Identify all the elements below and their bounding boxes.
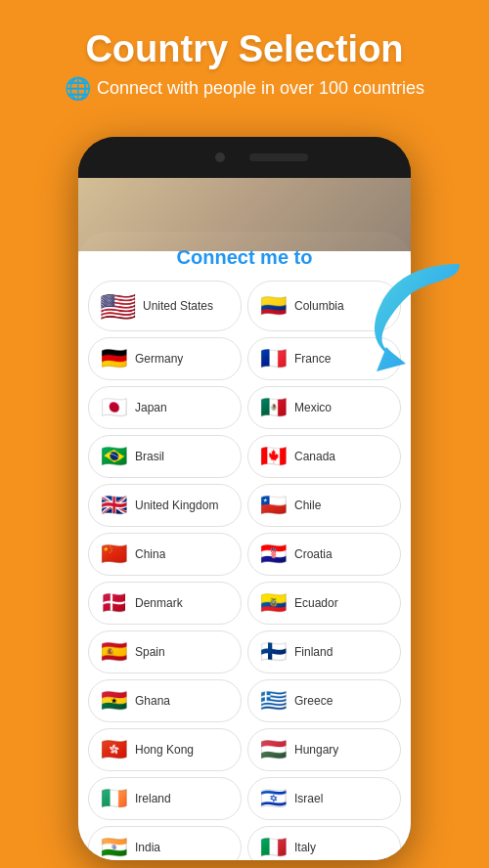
country-flag: 🇺🇸 bbox=[99, 287, 136, 325]
country-item[interactable]: 🇬🇭Ghana bbox=[88, 679, 242, 722]
country-item[interactable]: 🇺🇸United States bbox=[88, 281, 242, 331]
country-item[interactable]: 🇮🇹Italy bbox=[247, 826, 401, 860]
country-name: Hong Kong bbox=[135, 743, 194, 757]
country-flag: 🇧🇷 bbox=[99, 442, 128, 471]
country-name: Ireland bbox=[135, 792, 171, 805]
country-name: United Kingdom bbox=[135, 499, 218, 512]
country-name: Ghana bbox=[135, 694, 170, 708]
country-flag: 🇮🇪 bbox=[99, 784, 128, 813]
country-name: Mexico bbox=[294, 401, 332, 414]
country-flag: 🇨🇦 bbox=[258, 442, 288, 471]
country-name: Chile bbox=[294, 499, 321, 512]
country-flag: 🇭🇷 bbox=[258, 540, 288, 569]
country-item[interactable]: 🇪🇸Spain bbox=[88, 630, 242, 673]
phone-camera bbox=[215, 152, 225, 162]
country-name: China bbox=[135, 547, 165, 561]
country-flag: 🇩🇰 bbox=[99, 588, 128, 618]
country-item[interactable]: 🇨🇳China bbox=[88, 533, 242, 576]
page-title: Country Selection bbox=[20, 29, 469, 70]
screen-background bbox=[78, 178, 411, 251]
country-name: France bbox=[294, 352, 331, 366]
country-item[interactable]: 🇮🇪Ireland bbox=[88, 777, 242, 820]
country-flag: 🇮🇳 bbox=[99, 833, 128, 860]
country-flag: 🇩🇪 bbox=[99, 344, 128, 373]
phone-top-bar bbox=[78, 137, 411, 178]
country-flag: 🇭🇰 bbox=[99, 735, 128, 764]
country-item[interactable]: 🇮🇳India bbox=[88, 826, 242, 860]
country-name: Canada bbox=[294, 450, 335, 463]
country-flag: 🇮🇹 bbox=[258, 833, 288, 860]
country-item[interactable]: 🇬🇷Greece bbox=[247, 679, 401, 722]
country-flag: 🇭🇺 bbox=[258, 735, 288, 764]
country-flag: 🇨🇳 bbox=[99, 540, 128, 569]
country-flag: 🇨🇱 bbox=[258, 491, 288, 520]
country-flag: 🇬🇷 bbox=[258, 686, 288, 716]
country-item[interactable]: 🇭🇰Hong Kong bbox=[88, 728, 242, 771]
country-name: Brasil bbox=[135, 450, 164, 463]
country-flag: 🇫🇷 bbox=[258, 344, 288, 373]
country-flag: 🇪🇸 bbox=[99, 637, 128, 667]
country-name: India bbox=[135, 841, 160, 854]
country-item[interactable]: 🇬🇧United Kingdom bbox=[88, 484, 242, 527]
country-item[interactable]: 🇭🇷Croatia bbox=[247, 533, 401, 576]
country-item[interactable]: 🇫🇮Finland bbox=[247, 630, 401, 673]
country-flag: 🇫🇮 bbox=[258, 637, 288, 667]
country-name: Germany bbox=[135, 352, 183, 366]
country-name: Hungary bbox=[294, 743, 338, 757]
country-name: Denmark bbox=[135, 596, 183, 610]
country-item[interactable]: 🇲🇽Mexico bbox=[247, 386, 401, 429]
country-flag: 🇨🇴 bbox=[258, 291, 288, 321]
header-subtitle: Connect with people in over 100 countrie… bbox=[97, 78, 424, 99]
arrow-decoration bbox=[352, 254, 469, 375]
country-item[interactable]: 🇨🇱Chile bbox=[247, 484, 401, 527]
country-item[interactable]: 🇩🇪Germany bbox=[88, 337, 242, 380]
country-name: Japan bbox=[135, 401, 167, 414]
country-name: Greece bbox=[294, 694, 333, 708]
country-name: Italy bbox=[294, 841, 316, 854]
phone-frame: Connect me to 🇺🇸United States🇨🇴Columbia🇩… bbox=[78, 137, 411, 860]
country-name: Croatia bbox=[294, 547, 333, 561]
country-name: Spain bbox=[135, 645, 165, 659]
phone-mockup: Connect me to 🇺🇸United States🇨🇴Columbia🇩… bbox=[78, 137, 411, 860]
country-flag: 🇮🇱 bbox=[258, 784, 288, 813]
country-flag: 🇲🇽 bbox=[258, 393, 288, 422]
country-item[interactable]: 🇨🇦Canada bbox=[247, 435, 401, 478]
header: Country Selection 🌐 Connect with people … bbox=[0, 0, 489, 116]
country-flag: 🇬🇭 bbox=[99, 686, 128, 716]
country-name: Columbia bbox=[294, 299, 344, 313]
country-item[interactable]: 🇭🇺Hungary bbox=[247, 728, 401, 771]
country-flag: 🇯🇵 bbox=[99, 393, 128, 422]
country-name: Finland bbox=[294, 645, 333, 659]
country-item[interactable]: 🇪🇨Ecuador bbox=[247, 582, 401, 625]
country-item[interactable]: 🇩🇰Denmark bbox=[88, 582, 242, 625]
country-flag: 🇪🇨 bbox=[258, 588, 288, 618]
country-flag: 🇬🇧 bbox=[99, 491, 128, 520]
country-item[interactable]: 🇧🇷Brasil bbox=[88, 435, 242, 478]
country-name: Israel bbox=[294, 792, 323, 805]
country-name: Ecuador bbox=[294, 596, 338, 610]
country-item[interactable]: 🇮🇱Israel bbox=[247, 777, 401, 820]
country-name: United States bbox=[143, 299, 213, 313]
phone-speaker bbox=[249, 153, 308, 161]
globe-icon: 🌐 bbox=[65, 76, 91, 102]
country-item[interactable]: 🇯🇵Japan bbox=[88, 386, 242, 429]
